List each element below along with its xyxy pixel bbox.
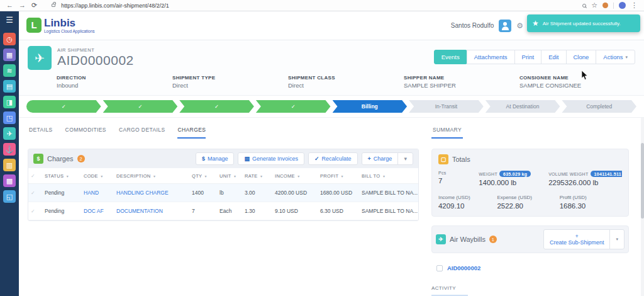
- scrollbar-thumb[interactable]: [641, 143, 644, 219]
- events-button[interactable]: Events: [434, 50, 467, 64]
- sidebar-item-trucking[interactable]: ◨: [3, 96, 16, 108]
- sidebar-item-receipts[interactable]: ◱: [3, 190, 16, 203]
- charge-dropdown-button[interactable]: ▾: [397, 152, 413, 165]
- tab-commodities[interactable]: COMMODITIES: [65, 127, 106, 139]
- field-value: SAMPLE SHIPPER: [404, 82, 519, 89]
- column-rate[interactable]: RATE ▾: [242, 168, 272, 184]
- column-bill-to[interactable]: BILL TO ▾: [359, 168, 419, 184]
- browser-profile-avatar[interactable]: [619, 2, 626, 9]
- edit-button[interactable]: Edit: [541, 50, 566, 64]
- status-progress-bar: ✓ ✓ ✓ ✓ Billing In-Transit At Destinatio…: [19, 96, 644, 118]
- filter-caret-icon[interactable]: ▾: [383, 174, 385, 178]
- progress-step-4[interactable]: ✓: [256, 100, 331, 113]
- browser-reload-icon[interactable]: ⟳: [31, 2, 37, 9]
- cell-description-link[interactable]: DOCUMENTATION: [114, 202, 189, 220]
- column-code[interactable]: CODE ▾: [81, 168, 114, 184]
- manage-label: Manage: [208, 156, 228, 162]
- filter-caret-icon[interactable]: ▾: [297, 174, 299, 178]
- sidebar-item-inventory[interactable]: ▤: [3, 80, 16, 93]
- cell-code-link[interactable]: DOC AF: [81, 202, 114, 220]
- waybill-link[interactable]: AID0000002: [447, 265, 480, 271]
- generate-invoices-button[interactable]: ▤ Generate Invoices: [238, 152, 304, 165]
- progress-step-3[interactable]: ✓: [179, 100, 254, 113]
- sidebar-item-packages[interactable]: ◳: [3, 111, 16, 124]
- add-charge-label: Charge: [374, 156, 392, 162]
- sidebar-item-tracking[interactable]: ≋: [3, 64, 16, 77]
- browser-menu-icon[interactable]: ⋮: [631, 2, 638, 9]
- recalculate-button[interactable]: ✓ Recalculate: [308, 152, 358, 165]
- tab-cargo-details[interactable]: CARGO DETAILS: [119, 127, 165, 139]
- sub-shipment-dropdown-button[interactable]: ▾: [609, 229, 625, 249]
- filter-caret-icon[interactable]: ▾: [341, 174, 343, 178]
- progress-step-billing[interactable]: Billing: [333, 100, 408, 113]
- add-charge-button[interactable]: + Charge: [362, 152, 399, 165]
- print-button[interactable]: Print: [514, 50, 542, 64]
- select-all-column[interactable]: ✓: [28, 168, 42, 184]
- settings-gear-icon[interactable]: ⚙: [516, 21, 523, 30]
- filter-caret-icon[interactable]: ▾: [260, 174, 262, 178]
- cell-code-link[interactable]: HAND: [81, 184, 114, 202]
- actions-dropdown-button[interactable]: Actions ▾: [596, 50, 635, 64]
- progress-step-in-transit[interactable]: In-Transit: [409, 100, 484, 113]
- zoom-icon[interactable]: [582, 4, 586, 8]
- toast-message: Air Shipment updated successfully.: [543, 21, 621, 26]
- tab-summary[interactable]: SUMMARY: [431, 120, 463, 139]
- progress-step-2[interactable]: ✓: [103, 100, 178, 113]
- address-bar[interactable]: https://app.linbis.com/air-shipment/48/2…: [61, 3, 169, 9]
- star-icon: ★: [532, 19, 539, 28]
- filter-caret-icon[interactable]: ▾: [67, 174, 69, 178]
- column-qty[interactable]: QTY ▾: [189, 168, 217, 184]
- sidebar-item-reports[interactable]: ▦: [3, 48, 16, 61]
- attachments-button[interactable]: Attachments: [467, 50, 515, 64]
- browser-back-icon[interactable]: ←: [6, 2, 13, 9]
- extension-icon[interactable]: [602, 3, 608, 8]
- tab-details[interactable]: DETAILS: [29, 127, 53, 139]
- weight-kg-badge: 635.029 kg: [499, 171, 531, 177]
- page-title: AID0000002: [57, 53, 134, 68]
- content-scrollbar[interactable]: [641, 118, 644, 296]
- menu-hamburger-icon[interactable]: ☰: [6, 15, 13, 25]
- sidebar-item-warehouse[interactable]: ▩: [3, 174, 16, 187]
- pcs-label: Pcs: [438, 171, 479, 175]
- row-check-icon[interactable]: ✓: [31, 190, 35, 196]
- recalculate-label: Recalculate: [322, 156, 352, 162]
- filter-caret-icon[interactable]: ▾: [205, 174, 207, 178]
- progress-step-completed[interactable]: Completed: [562, 100, 636, 113]
- charge-row-documentation[interactable]: ✓ Pending DOC AF DOCUMENTATION 7 Each 1.…: [28, 202, 419, 220]
- field-value: Direct: [288, 82, 404, 89]
- waybill-checkbox[interactable]: [436, 265, 443, 271]
- sidebar-item-ground-shipments[interactable]: ▥: [3, 159, 16, 171]
- sidebar-item-air-shipments[interactable]: ✈: [3, 127, 16, 140]
- filter-caret-icon[interactable]: ▾: [234, 174, 236, 178]
- app-header: L Linbis Logistics Cloud Applications Sa…: [19, 11, 644, 40]
- detail-tabs: DETAILS COMMODITIES CARGO DETAILS CHARGE…: [28, 120, 419, 139]
- column-profit[interactable]: PROFIT ▾: [318, 168, 359, 184]
- row-check-icon[interactable]: ✓: [31, 208, 35, 214]
- sidebar-item-ocean-shipments[interactable]: ⚓: [3, 143, 16, 156]
- filter-caret-icon[interactable]: ▾: [153, 174, 155, 178]
- field-shipment-type: SHIPMENT TYPE Direct: [172, 75, 288, 89]
- browser-forward-icon[interactable]: →: [19, 2, 26, 9]
- column-status[interactable]: STATUS ▾: [42, 168, 81, 184]
- column-income[interactable]: INCOME ▾: [272, 168, 318, 184]
- create-sub-shipment-button[interactable]: + Create Sub-Shipment: [543, 229, 611, 249]
- manage-button[interactable]: $ Manage: [196, 152, 235, 165]
- cell-description-link[interactable]: HANDLING CHARGE: [114, 184, 189, 202]
- linbis-logo[interactable]: L Linbis Logistics Cloud Applications: [26, 18, 95, 34]
- user-avatar[interactable]: [499, 20, 511, 32]
- ssl-lock-icon: [52, 4, 55, 7]
- progress-step-at-destination[interactable]: At Destination: [486, 100, 560, 113]
- chevron-down-icon: ▾: [616, 237, 618, 241]
- column-unit[interactable]: UNIT ▾: [217, 168, 242, 184]
- bookmark-star-icon[interactable]: ☆: [591, 2, 597, 9]
- tab-charges[interactable]: CHARGES: [177, 127, 206, 139]
- cell-qty: 1400: [189, 184, 217, 202]
- document-icon: ▤: [244, 156, 250, 162]
- progress-step-1[interactable]: ✓: [26, 100, 101, 113]
- filter-caret-icon[interactable]: ▾: [101, 174, 103, 178]
- sidebar-item-dashboard[interactable]: ◷: [3, 33, 16, 45]
- charge-row-handling[interactable]: ✓ Pending HAND HANDLING CHARGE 1400 lb 3…: [28, 184, 419, 202]
- charges-title: Charges: [47, 155, 74, 162]
- column-description[interactable]: DESCRIPTION ▾: [114, 168, 189, 184]
- clone-button[interactable]: Clone: [566, 50, 597, 64]
